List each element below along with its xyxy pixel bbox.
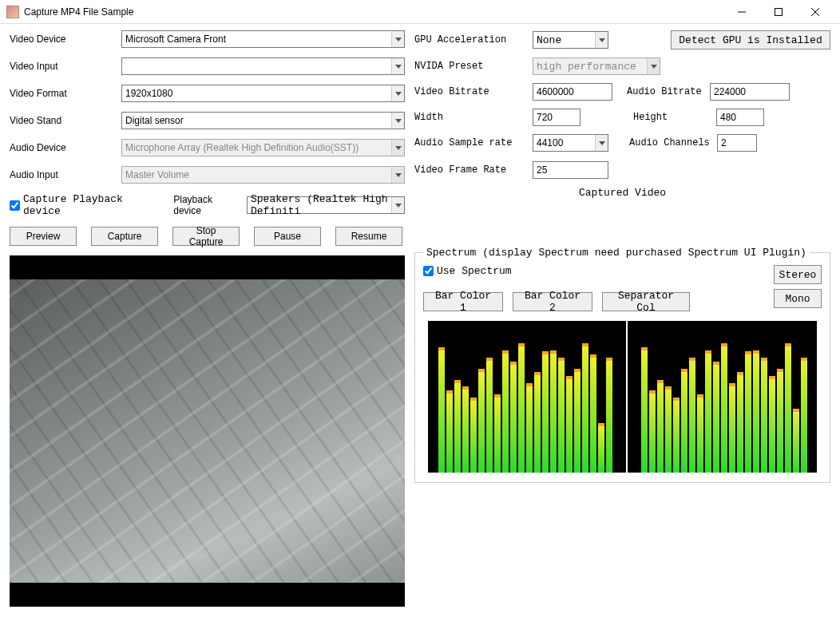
audio-bitrate-input[interactable] [710,83,790,101]
separator-color-button[interactable]: Separator Col [602,292,690,311]
nvida-preset-select[interactable]: high performance [533,57,660,75]
audio-channels-input[interactable] [717,134,757,152]
chevron-down-icon [391,31,404,47]
video-framerate-input[interactable] [533,161,608,179]
spectrum-bar [438,347,445,473]
spectrum-bar [777,369,783,473]
width-label: Width [414,112,526,123]
chevron-down-icon [391,167,404,183]
mono-button[interactable]: Mono [774,289,822,308]
playback-device-value: Speakers (Realtek High Definiti [251,193,390,217]
chevron-down-icon [391,85,404,101]
chevron-down-icon [595,32,608,48]
video-format-value: 1920x1080 [125,88,172,99]
left-panel: Video Device Microsoft Camera Front Vide… [10,30,405,607]
spectrum-bar [793,409,799,473]
spectrum-bar [705,350,711,473]
chevron-down-icon [647,58,660,74]
resume-button[interactable]: Resume [335,227,402,246]
audio-input-label: Audio Input [10,169,121,180]
spectrum-bar [713,362,719,473]
use-spectrum-check[interactable] [423,266,434,276]
audio-sample-select[interactable]: 44100 [533,134,608,152]
app-icon [6,6,19,18]
use-spectrum-checkbox[interactable]: Use Spectrum [423,265,512,277]
spectrum-bar [753,350,759,473]
spectrum-bar [745,351,751,473]
spectrum-bar [681,369,687,473]
spectrum-bar [494,394,501,473]
spectrum-bar [574,369,580,473]
audio-input-select[interactable]: Master Volume [121,166,405,184]
preview-button[interactable]: Preview [10,227,77,246]
spectrum-bar [729,383,735,473]
capture-playback-label: Capture Playback device [23,193,157,217]
maximize-button[interactable] [760,0,797,24]
video-stand-select[interactable]: Digital sensor [121,112,405,129]
spectrum-bar [470,398,477,473]
window-title: Capture MP4 File Sample [24,6,723,18]
video-format-select[interactable]: 1920x1080 [121,85,405,102]
spectrum-visualization [428,321,817,473]
video-input-label: Video Input [10,61,121,72]
spectrum-bar [761,358,767,473]
gpu-accel-select[interactable]: None [533,31,608,49]
spectrum-bar [606,358,612,473]
action-button-row: Preview Capture Stop Capture Pause Resum… [10,227,405,246]
spectrum-bar [598,423,604,473]
spectrum-bar [462,386,469,473]
audio-bitrate-label: Audio Bitrate [619,86,703,97]
video-format-label: Video Format [10,88,121,99]
close-button[interactable] [797,0,834,24]
spectrum-bar [550,350,557,473]
video-stand-value: Digital sensor [125,115,184,126]
spectrum-bar [769,376,775,473]
playback-device-label: Playback device [173,194,239,216]
spectrum-bar [641,347,648,473]
use-spectrum-label: Use Spectrum [437,265,512,277]
video-device-label: Video Device [10,34,121,45]
spectrum-bar [526,383,533,473]
audio-device-select[interactable]: Microphone Array (Realtek High Definitio… [121,139,405,156]
audio-device-label: Audio Device [10,142,121,153]
video-input-select[interactable] [121,57,405,75]
audio-input-value: Master Volume [125,169,189,180]
audio-sample-label: Audio Sample rate [414,137,526,148]
video-preview [10,279,405,583]
right-panel: GPU Acceleration None Detect GPU is Inst… [414,30,830,607]
capture-playback-checkbox[interactable]: Capture Playback device [10,193,157,217]
spectrum-bar [737,372,743,473]
video-device-select[interactable]: Microsoft Camera Front [121,30,405,48]
spectrum-bar [558,358,565,473]
minimize-button[interactable] [723,0,760,24]
spectrum-bar [689,358,695,473]
captured-video-label: Captured Video [414,187,830,199]
nvida-preset-value: high performance [537,61,636,73]
playback-device-select[interactable]: Speakers (Realtek High Definiti [247,196,405,214]
bar-color-2-button[interactable]: Bar Color 2 [513,292,592,311]
width-input[interactable] [533,109,580,126]
spectrum-bar [657,380,664,473]
spectrum-bar [721,343,727,473]
video-bitrate-input[interactable] [533,83,612,101]
stereo-button[interactable]: Stereo [774,265,822,284]
capture-playback-check[interactable] [10,200,20,211]
height-input[interactable] [716,109,764,126]
spectrum-bar [518,343,525,473]
capture-button[interactable]: Capture [91,227,158,246]
detect-gpu-button[interactable]: Detect GPU is Installed [671,30,830,49]
spectrum-bar [486,358,493,473]
spectrum-bar [590,354,596,473]
video-stand-label: Video Stand [10,115,121,126]
spectrum-bar [673,398,680,473]
spectrum-bar [649,390,656,473]
spectrum-bar [566,376,573,473]
video-preview-area [10,255,405,607]
gpu-accel-label: GPU Acceleration [414,34,526,46]
pause-button[interactable]: Pause [254,227,321,246]
spectrum-bar [446,390,453,473]
bar-color-1-button[interactable]: Bar Color 1 [423,292,503,311]
spectrum-bar [534,372,541,473]
video-bitrate-label: Video Bitrate [414,86,526,97]
stop-capture-button[interactable]: Stop Capture [172,227,240,246]
